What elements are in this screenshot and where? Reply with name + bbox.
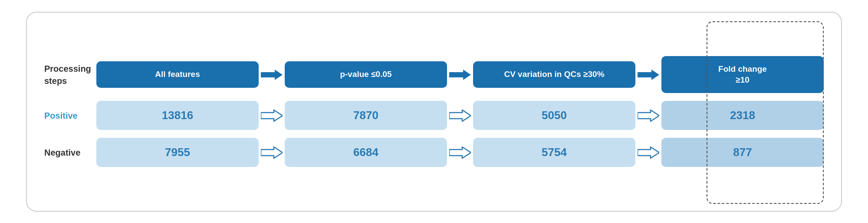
positive-value-4: 2318 <box>661 101 824 130</box>
negative-value-3: 5754 <box>473 138 635 167</box>
processing-steps-label: Processingsteps <box>44 63 96 87</box>
positive-arrow-3 <box>635 109 661 123</box>
positive-label: Positive <box>44 110 96 121</box>
svg-marker-5 <box>638 110 659 121</box>
step-fold-change: Fold change≥10 <box>661 56 824 93</box>
arrow-1 <box>259 69 285 81</box>
svg-marker-4 <box>449 110 471 121</box>
step-all-features: All features <box>96 61 259 88</box>
negative-value-4: 877 <box>661 138 824 167</box>
positive-arrow-2 <box>447 109 473 123</box>
svg-marker-2 <box>638 70 659 80</box>
svg-marker-7 <box>449 147 471 158</box>
positive-value-3: 5050 <box>473 101 635 130</box>
step-cv-variation: CV variation in QCs ≥30% <box>473 61 635 88</box>
step-pvalue: p-value ≤0.05 <box>285 61 447 88</box>
negative-value-1: 7955 <box>96 138 259 167</box>
svg-marker-0 <box>261 70 283 80</box>
negative-value-2: 6684 <box>285 138 447 167</box>
negative-arrow-2 <box>447 146 473 160</box>
svg-marker-1 <box>449 70 471 80</box>
main-container: Processingsteps All features p-value ≤0.… <box>26 12 842 212</box>
positive-value-1: 13816 <box>96 101 259 130</box>
arrow-3 <box>635 69 661 81</box>
positive-value-2: 7870 <box>285 101 447 130</box>
negative-arrow-1 <box>259 146 285 160</box>
negative-arrow-3 <box>635 146 661 160</box>
svg-marker-6 <box>261 147 283 158</box>
svg-marker-3 <box>261 110 283 121</box>
negative-label: Negative <box>44 147 96 158</box>
pipeline-grid: Processingsteps All features p-value ≤0.… <box>44 56 824 167</box>
arrow-2 <box>447 69 473 81</box>
svg-marker-8 <box>638 147 659 158</box>
positive-arrow-1 <box>259 109 285 123</box>
